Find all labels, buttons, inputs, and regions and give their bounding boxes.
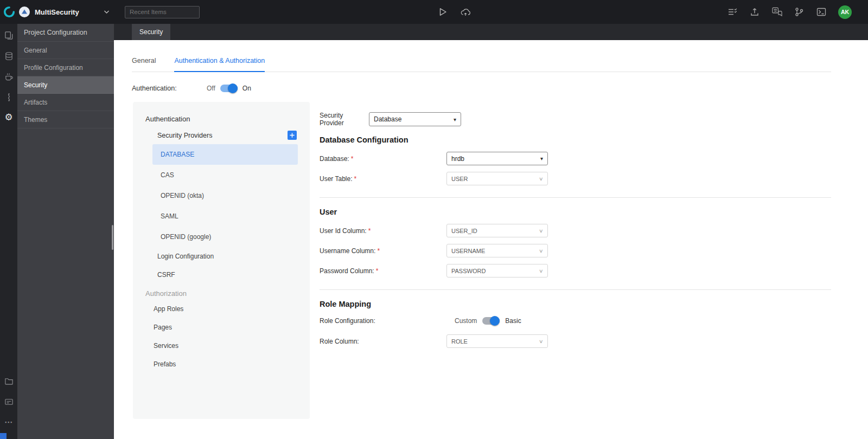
username-column-row: Username Column:* USERNAME ∨ — [320, 244, 831, 257]
password-column-row: Password Column:* PASSWORD ∨ — [320, 264, 831, 277]
username-column-select[interactable]: USERNAME ∨ — [446, 244, 548, 257]
apis-icon[interactable] — [4, 92, 14, 102]
security-tabs: General Authentication & Authorization — [132, 57, 831, 72]
bottom-corner-indicator[interactable] — [0, 433, 7, 439]
sidebar-scrollbar[interactable] — [112, 225, 113, 250]
password-column-select[interactable]: PASSWORD ∨ — [446, 264, 548, 277]
required-marker: * — [354, 175, 356, 183]
username-column-label: Username Column:* — [320, 247, 446, 255]
nav-item-prefabs[interactable]: Prefabs — [133, 355, 310, 373]
nav-item-provider-openid-google[interactable]: OPENID (google) — [152, 227, 298, 247]
nav-section-authentication: Authentication — [145, 115, 310, 123]
cloud-deploy-icon[interactable] — [460, 7, 471, 17]
security-provider-select[interactable]: Database ▾ — [369, 112, 461, 126]
version-control-icon[interactable] — [794, 7, 805, 17]
sidebar-item-artifacts[interactable]: Artifacts — [17, 94, 114, 111]
role-column-value: ROLE — [451, 338, 468, 345]
nav-item-app-roles[interactable]: App Roles — [133, 300, 310, 318]
checklist-icon[interactable] — [727, 7, 738, 17]
chevron-down-icon: ▾ — [540, 156, 543, 162]
chevron-down-icon: ∨ — [539, 176, 544, 182]
user-id-column-value: USER_ID — [451, 228, 477, 234]
security-editor: General Authentication & Authorization A… — [114, 40, 868, 439]
role-mapping-heading: Role Mapping — [320, 300, 831, 308]
security-config-nav: Authentication Security Providers DATABA… — [133, 102, 310, 419]
role-basic-label: Basic — [505, 317, 521, 325]
editor-tab-security[interactable]: Security — [132, 24, 170, 40]
required-marker: * — [377, 247, 380, 255]
sidebar-item-security[interactable]: Security — [17, 76, 114, 94]
security-providers-row[interactable]: Security Providers — [157, 131, 297, 140]
database-value: hrdb — [451, 155, 464, 163]
authentication-toggle-row: Authentication: Off On — [132, 83, 831, 93]
authentication-label: Authentication: — [132, 85, 207, 92]
provider-config-form: Security Provider Database ▾ Database Co… — [310, 102, 838, 419]
section-divider — [320, 197, 831, 198]
user-table-label: User Table:* — [320, 175, 446, 183]
export-icon[interactable] — [749, 7, 760, 17]
nav-item-login-configuration[interactable]: Login Configuration — [133, 247, 310, 266]
database-select[interactable]: hrdb ▾ — [446, 152, 548, 165]
chevron-down-icon — [104, 10, 110, 14]
wavemaker-logo-icon[interactable] — [0, 6, 18, 18]
toggle-on-label: On — [242, 85, 251, 92]
user-id-column-label: User Id Column:* — [320, 227, 446, 235]
nav-section-authorization: Authorization — [145, 289, 310, 298]
run-preview-icon[interactable] — [437, 7, 448, 17]
role-custom-label: Custom — [455, 317, 477, 325]
password-column-value: PASSWORD — [451, 268, 486, 274]
username-column-value: USERNAME — [451, 248, 485, 254]
nav-item-csrf[interactable]: CSRF — [133, 266, 310, 284]
user-table-value: USER — [451, 176, 468, 182]
project-name: MultiSecurity — [35, 8, 79, 16]
nav-item-provider-cas[interactable]: CAS — [152, 165, 298, 185]
chevron-down-icon: ∨ — [539, 268, 544, 274]
database-icon[interactable] — [4, 51, 14, 61]
user-id-column-row: User Id Column:* USER_ID ∨ — [320, 224, 831, 237]
security-provider-label: Security Provider — [320, 112, 369, 127]
authentication-toggle[interactable] — [220, 83, 238, 93]
recent-items-input[interactable] — [125, 6, 200, 18]
database-row: Database:* hrdb ▾ — [320, 152, 831, 165]
sidebar-item-profile-configuration[interactable]: Profile Configuration — [17, 59, 114, 76]
sidebar-title: Project Configuration — [17, 24, 114, 42]
chevron-down-icon: ∨ — [539, 248, 544, 254]
chevron-down-icon: ∨ — [539, 339, 544, 344]
nav-item-provider-saml[interactable]: SAML — [152, 206, 298, 227]
folder-icon[interactable] — [4, 376, 14, 386]
nav-item-provider-openid-okta[interactable]: OPENID (okta) — [152, 185, 298, 206]
more-options-icon[interactable]: ⋯ — [4, 417, 14, 427]
add-provider-button[interactable] — [288, 131, 297, 140]
pages-icon[interactable] — [4, 30, 14, 40]
user-table-select[interactable]: USER ∨ — [446, 172, 548, 185]
tab-authentication-authorization[interactable]: Authentication & Authorization — [174, 57, 265, 72]
security-provider-row: Security Provider Database ▾ — [320, 112, 831, 127]
settings-icon[interactable]: ⚙ — [4, 113, 14, 122]
project-configuration-sidebar: Project Configuration General Profile Co… — [17, 24, 114, 439]
top-bar: MultiSecurity AK — [0, 0, 868, 24]
user-avatar[interactable]: AK — [838, 5, 852, 19]
localization-icon[interactable] — [771, 7, 782, 17]
nav-item-provider-database[interactable]: DATABASE — [152, 144, 298, 165]
nav-item-pages[interactable]: Pages — [133, 318, 310, 337]
user-heading: User — [320, 208, 831, 216]
required-marker: * — [351, 155, 354, 163]
project-selector[interactable]: MultiSecurity — [18, 6, 115, 18]
java-services-icon[interactable] — [4, 72, 14, 81]
nav-item-services[interactable]: Services — [133, 337, 310, 355]
sidebar-item-general[interactable]: General — [17, 42, 114, 59]
tab-general[interactable]: General — [132, 57, 156, 72]
role-configuration-toggle[interactable] — [482, 316, 500, 326]
role-configuration-row: Role Configuration: Custom Basic — [320, 316, 831, 326]
sidebar-item-themes[interactable]: Themes — [17, 111, 114, 128]
console-icon[interactable] — [816, 7, 827, 17]
user-id-column-select[interactable]: USER_ID ∨ — [446, 224, 548, 237]
role-column-select[interactable]: ROLE ∨ — [446, 334, 548, 348]
export-project-icon[interactable] — [4, 397, 14, 406]
section-divider — [320, 289, 831, 290]
plus-icon — [289, 132, 295, 138]
password-column-label: Password Column:* — [320, 267, 446, 275]
workspace-rail: ⚙ ⋯ — [0, 24, 17, 439]
role-column-row: Role Column: ROLE ∨ — [320, 334, 831, 348]
toggle-thumb — [490, 316, 500, 326]
